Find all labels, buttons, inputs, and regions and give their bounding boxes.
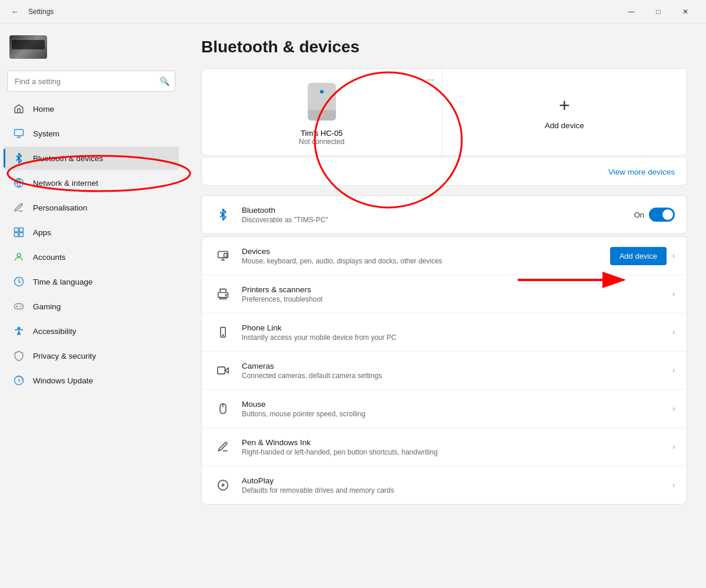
devices-chevron: › — [672, 252, 675, 260]
devices-row-right: Add device › — [610, 247, 675, 265]
maximize-button[interactable]: □ — [645, 2, 672, 21]
sidebar-label-home: Home — [33, 105, 54, 113]
bluetooth-icon — [13, 152, 25, 164]
accessibility-icon — [13, 325, 25, 337]
system-icon — [13, 128, 25, 139]
svg-rect-17 — [218, 367, 225, 374]
add-device-card-label: Add device — [545, 121, 584, 130]
device-card-menu[interactable]: ··· — [427, 75, 434, 85]
autoplay-chevron: › — [672, 481, 675, 489]
apps-icon — [13, 226, 25, 238]
time-icon — [13, 276, 25, 288]
sidebar-item-privacy[interactable]: Privacy & security — [4, 344, 179, 368]
home-icon — [13, 103, 25, 115]
devices-section: Devices Mouse, keyboard, pen, audio, dis… — [201, 236, 687, 505]
sidebar-item-apps[interactable]: Apps — [4, 220, 179, 244]
search-icon: 🔍 — [159, 76, 169, 86]
titlebar-title: Settings — [28, 8, 54, 16]
sidebar-item-gaming[interactable]: Gaming — [4, 295, 179, 318]
pen-icon — [214, 437, 232, 456]
main-layout: 🔍 Home System Bluetooth & devices — [0, 24, 706, 588]
phone-link-row-right: › — [672, 328, 675, 336]
cameras-row[interactable]: Cameras Connected cameras, default camer… — [202, 352, 687, 390]
autoplay-row-text: AutoPlay Defaults for removable drives a… — [242, 476, 663, 495]
sidebar-label-bluetooth: Bluetooth & devices — [33, 154, 103, 163]
bluetooth-section: Bluetooth Discoverable as "TIMS-PC" On — [201, 195, 687, 234]
sidebar-item-accounts[interactable]: Accounts — [4, 245, 179, 269]
minimize-button[interactable]: — — [618, 2, 645, 21]
printers-row[interactable]: Printers & scanners Preferences, trouble… — [202, 275, 687, 313]
autoplay-icon — [214, 476, 232, 495]
cameras-title: Cameras — [242, 362, 663, 370]
bluetooth-toggle-label: On — [634, 211, 644, 219]
sidebar-label-personalisation: Personalisation — [33, 203, 87, 212]
page-title: Bluetooth & devices — [201, 38, 687, 56]
sidebar-label-time: Time & language — [33, 278, 93, 286]
accounts-icon — [13, 251, 25, 263]
content-area: Bluetooth & devices ··· Tim's HC-05 Not … — [182, 24, 706, 588]
bluetooth-row-right: On — [634, 208, 675, 222]
mouse-row-right: › — [672, 405, 675, 413]
network-icon — [13, 177, 25, 189]
devices-add-button[interactable]: Add device — [610, 247, 667, 265]
pen-chevron: › — [672, 443, 675, 451]
devices-desc: Mouse, keyboard, pen, audio, displays an… — [242, 257, 601, 265]
bluetooth-row-text: Bluetooth Discoverable as "TIMS-PC" — [242, 206, 625, 224]
titlebar: ← Settings — □ ✕ — [0, 0, 706, 24]
autoplay-row[interactable]: AutoPlay Defaults for removable drives a… — [202, 466, 687, 504]
pen-desc: Right-handed or left-handed, pen button … — [242, 448, 663, 456]
svg-rect-2 — [15, 228, 19, 232]
sidebar-item-home[interactable]: Home — [4, 97, 179, 121]
printers-chevron: › — [672, 290, 675, 298]
cameras-chevron: › — [672, 366, 675, 375]
sidebar-item-time[interactable]: Time & language — [4, 270, 179, 293]
device-icon — [308, 83, 336, 121]
pen-row-right: › — [672, 443, 675, 451]
mouse-chevron: › — [672, 405, 675, 413]
phone-link-chevron: › — [672, 328, 675, 336]
devices-row[interactable]: Devices Mouse, keyboard, pen, audio, dis… — [202, 237, 687, 275]
svg-point-16 — [222, 335, 224, 336]
bluetooth-row-icon — [214, 205, 232, 224]
bluetooth-row[interactable]: Bluetooth Discoverable as "TIMS-PC" On — [202, 196, 687, 233]
search-input[interactable] — [7, 71, 175, 92]
mouse-title: Mouse — [242, 400, 663, 409]
bluetooth-desc: Discoverable as "TIMS-PC" — [242, 216, 625, 224]
sidebar-item-personalisation[interactable]: Personalisation — [4, 196, 179, 219]
cameras-desc: Connected cameras, default camera settin… — [242, 372, 663, 380]
search-box: 🔍 — [7, 71, 175, 92]
autoplay-title: AutoPlay — [242, 476, 663, 485]
pen-title: Pen & Windows Ink — [242, 438, 663, 447]
pen-row[interactable]: Pen & Windows Ink Right-handed or left-h… — [202, 428, 687, 466]
window-controls: — □ ✕ — [618, 2, 699, 21]
svg-point-6 — [17, 253, 21, 257]
mouse-row-text: Mouse Buttons, mouse pointer speed, scro… — [242, 400, 663, 418]
sidebar-label-privacy: Privacy & security — [33, 352, 96, 360]
sidebar-label-gaming: Gaming — [33, 302, 61, 311]
sidebar-item-windows-update[interactable]: Windows Update — [4, 369, 179, 392]
bluetooth-toggle-wrap: On — [634, 208, 675, 222]
sidebar-item-system[interactable]: System — [4, 122, 179, 145]
sidebar-item-bluetooth[interactable]: Bluetooth & devices — [4, 146, 179, 170]
back-button[interactable]: ← — [7, 4, 24, 20]
phone-link-row-text: Phone Link Instantly access your mobile … — [242, 323, 663, 342]
phone-link-row[interactable]: Phone Link Instantly access your mobile … — [202, 313, 687, 352]
printers-row-right: › — [672, 290, 675, 298]
device-cards-row: ··· Tim's HC-05 Not connected + Add devi… — [201, 68, 687, 156]
cameras-icon — [214, 361, 232, 380]
sidebar-avatar — [0, 28, 182, 66]
view-more-link[interactable]: View more devices — [608, 168, 675, 176]
sidebar-item-accessibility[interactable]: Accessibility — [4, 319, 179, 343]
cameras-row-right: › — [672, 366, 675, 375]
printers-row-text: Printers & scanners Preferences, trouble… — [242, 285, 663, 303]
devices-title: Devices — [242, 247, 601, 256]
cameras-row-text: Cameras Connected cameras, default camer… — [242, 362, 663, 380]
devices-row-text: Devices Mouse, keyboard, pen, audio, dis… — [242, 247, 601, 265]
add-device-card[interactable]: + Add device — [442, 69, 687, 155]
svg-rect-5 — [19, 233, 24, 237]
close-button[interactable]: ✕ — [672, 2, 699, 21]
bluetooth-toggle[interactable] — [649, 208, 675, 222]
mouse-row[interactable]: Mouse Buttons, mouse pointer speed, scro… — [202, 390, 687, 428]
printers-desc: Preferences, troubleshoot — [242, 295, 663, 303]
sidebar-item-network[interactable]: Network & internet — [4, 171, 179, 195]
